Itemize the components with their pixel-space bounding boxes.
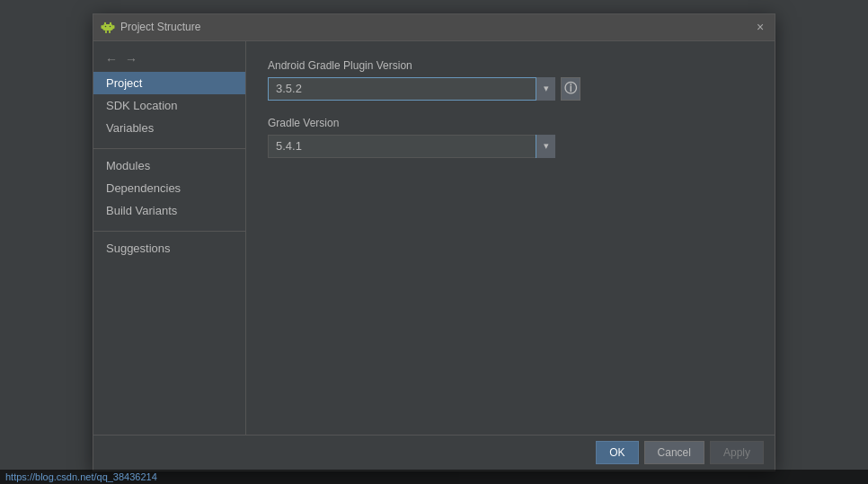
svg-rect-6 (109, 31, 111, 33)
android-icon (101, 21, 115, 33)
gradle-version-select[interactable]: 5.4.1 (268, 135, 555, 158)
sidebar-item-dependencies[interactable]: Dependencies (93, 177, 245, 199)
gradle-version-select-wrapper: 5.4.1 (268, 135, 555, 158)
gradle-version-field-group: Gradle Version 5.4.1 (268, 117, 753, 158)
close-button[interactable]: × (753, 20, 767, 34)
sidebar-item-project[interactable]: Project (93, 72, 245, 94)
title-bar: Project Structure × (93, 14, 775, 41)
svg-rect-3 (102, 25, 103, 29)
url-bar: https://blog.csdn.net/qq_38436214 (0, 470, 868, 484)
apply-button[interactable]: Apply (710, 441, 764, 464)
nav-separator-2 (93, 231, 245, 232)
nav-separator-1 (93, 148, 245, 149)
forward-arrow[interactable]: → (122, 52, 140, 66)
middle-nav-section: Modules Dependencies Build Variants (93, 154, 245, 222)
suggestions-nav-section: Suggestions (93, 237, 245, 260)
sidebar-item-build-variants[interactable]: Build Variants (93, 199, 245, 222)
svg-point-8 (110, 26, 111, 28)
main-content: Android Gradle Plugin Version 3.5.2 ⓘ Gr… (246, 41, 775, 435)
back-arrow[interactable]: ← (102, 52, 120, 66)
android-plugin-select[interactable]: 3.5.2 (268, 77, 555, 101)
ok-button[interactable]: OK (596, 441, 638, 464)
sidebar-item-sdk-location[interactable]: SDK Location (93, 94, 245, 117)
dialog-footer: OK Cancel Apply (93, 435, 775, 471)
sidebar-item-variables[interactable]: Variables (93, 117, 245, 139)
cancel-button[interactable]: Cancel (644, 441, 704, 464)
svg-rect-5 (105, 31, 107, 33)
android-plugin-input-row: 3.5.2 ⓘ (268, 77, 753, 101)
top-nav-section: Project SDK Location Variables (93, 72, 245, 139)
title-bar-left: Project Structure (101, 21, 200, 33)
sidebar-item-modules[interactable]: Modules (93, 154, 245, 177)
svg-point-1 (110, 22, 111, 24)
android-plugin-label: Android Gradle Plugin Version (268, 59, 753, 72)
dialog-body: ← → Project SDK Location Variables (93, 41, 775, 435)
svg-rect-2 (102, 24, 113, 31)
gradle-version-input-row: 5.4.1 (268, 135, 753, 158)
dialog-title: Project Structure (120, 21, 200, 33)
project-structure-dialog: Project Structure × ← → Project SDK L (93, 13, 775, 471)
nav-arrows: ← → (93, 48, 245, 72)
android-plugin-select-wrapper: 3.5.2 (268, 77, 555, 101)
sidebar-item-suggestions[interactable]: Suggestions (93, 237, 245, 260)
svg-rect-4 (113, 25, 115, 29)
gradle-version-label: Gradle Version (268, 117, 753, 129)
plugin-info-button[interactable]: ⓘ (561, 77, 580, 101)
android-plugin-field-group: Android Gradle Plugin Version 3.5.2 ⓘ (268, 59, 753, 101)
svg-point-7 (105, 26, 107, 28)
sidebar: ← → Project SDK Location Variables (93, 41, 246, 435)
svg-point-0 (104, 22, 106, 24)
